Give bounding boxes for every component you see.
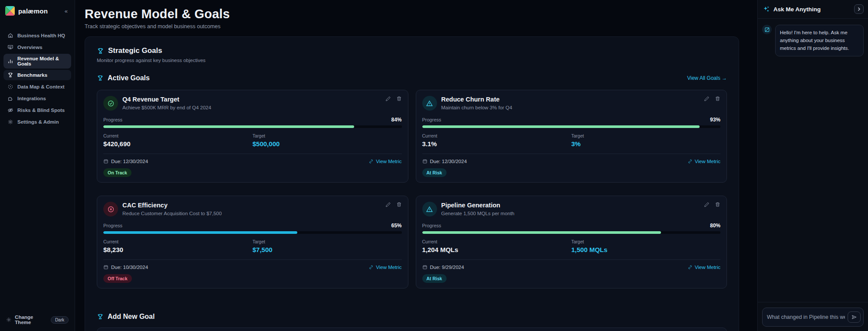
status-badge: At Risk — [422, 168, 447, 177]
goal-card-pipeline-generation: Pipeline Generation Generate 1,500 MQLs … — [416, 196, 727, 288]
current-value: $8,230 — [103, 246, 253, 253]
sidebar-item-overviews[interactable]: Overviews — [3, 42, 71, 52]
edit-goal-icon[interactable] — [704, 96, 710, 102]
progress-bar-fill — [422, 231, 661, 234]
sidebar-item-business-health-hq[interactable]: Business Health HQ — [3, 30, 71, 41]
view-all-goals-link[interactable]: View All Goals → — [687, 75, 727, 81]
link-icon — [368, 265, 374, 270]
sidebar-item-label: Revenue Model & Goals — [17, 56, 67, 66]
goal-card-q4-revenue-target: Q4 Revenue Target Achieve $500K MRR by e… — [97, 90, 408, 183]
assistant-panel: Ask Me Anything Hello! I'm here to help.… — [757, 0, 868, 331]
delete-goal-icon[interactable] — [715, 96, 720, 102]
target-value: $500,000 — [253, 140, 402, 147]
sidebar-item-label: Benchmarks — [17, 72, 47, 78]
view-metric-label: View Metric — [695, 159, 720, 164]
delete-goal-icon[interactable] — [396, 202, 402, 207]
sidebar-item-revenue-model-goals[interactable]: Revenue Model & Goals — [3, 54, 71, 69]
view-metric-link[interactable]: View Metric — [687, 265, 720, 270]
progress-bar-fill — [422, 125, 700, 128]
add-goal-form: Goal Name Target $ — [97, 328, 727, 331]
current-value: 3.1% — [422, 140, 572, 147]
goal-description: Generate 1,500 MQLs per month — [441, 211, 700, 216]
theme-badge: Dark — [51, 316, 69, 324]
sidebar: palæmon « Business Health HQ Overviews R… — [0, 0, 75, 331]
chevron-right-icon — [857, 7, 861, 11]
sidebar-nav: Business Health HQ Overviews Revenue Mod… — [3, 30, 71, 127]
calendar-icon — [103, 265, 108, 270]
due-date: Due: 12/30/2024 — [111, 159, 148, 164]
target-value: 3% — [571, 140, 720, 147]
logo-text[interactable]: palæmon — [18, 7, 59, 15]
add-new-goal-title: Add New Goal — [108, 313, 155, 321]
goal-description: Reduce Customer Acquisition Cost to $7,5… — [122, 211, 381, 216]
home-icon — [7, 33, 13, 39]
section-subtitle: Monitor progress against key business ob… — [97, 58, 727, 63]
sun-icon[interactable] — [6, 317, 11, 323]
view-metric-link[interactable]: View Metric — [687, 159, 720, 164]
progress-label: Progress — [103, 117, 122, 122]
scan-target-icon — [7, 84, 13, 90]
edit-goal-icon[interactable] — [704, 202, 710, 207]
goal-description: Maintain churn below 3% for Q4 — [441, 105, 700, 110]
sidebar-item-benchmarks[interactable]: Benchmarks — [3, 70, 71, 80]
goal-title: Q4 Revenue Target — [122, 96, 381, 103]
target-label: Target — [571, 239, 720, 244]
assistant-input[interactable] — [767, 314, 845, 320]
palaemon-logo-icon[interactable] — [5, 6, 15, 16]
sidebar-collapse-icon[interactable]: « — [63, 8, 69, 14]
progress-bar — [103, 125, 402, 128]
goal-title: Reduce Churn Rate — [441, 96, 700, 103]
target-value: $7,500 — [253, 246, 402, 253]
page-subtitle: Track strategic objectives and model bus… — [85, 23, 739, 29]
due-date: Due: 12/30/2024 — [430, 159, 467, 164]
calendar-icon — [103, 159, 108, 164]
target-label: Target — [571, 133, 720, 138]
goal-description: Achieve $500K MRR by end of Q4 2024 — [122, 105, 381, 110]
view-metric-link[interactable]: View Metric — [368, 159, 401, 164]
calendar-icon — [422, 159, 427, 164]
delete-goal-icon[interactable] — [715, 202, 720, 207]
sidebar-item-data-map-context[interactable]: Data Map & Context — [3, 82, 71, 92]
sidebar-item-label: Settings & Admin — [17, 119, 59, 125]
change-theme-button[interactable]: Change Theme — [15, 315, 46, 325]
calendar-icon — [422, 265, 427, 270]
due-date: Due: 9/29/2024 — [430, 265, 464, 270]
status-badge: On Track — [103, 168, 132, 177]
goal-card-cac-efficiency: CAC Efficiency Reduce Customer Acquisiti… — [97, 196, 408, 288]
trophy-icon — [97, 47, 104, 55]
view-metric-label: View Metric — [376, 159, 401, 164]
bar-chart-icon — [7, 58, 13, 64]
sidebar-item-settings-admin[interactable]: Settings & Admin — [3, 117, 71, 127]
status-badge: At Risk — [422, 274, 447, 283]
sidebar-item-integrations[interactable]: Integrations — [3, 93, 71, 104]
edit-goal-icon[interactable] — [385, 202, 391, 207]
view-metric-label: View Metric — [376, 265, 401, 270]
view-metric-link[interactable]: View Metric — [368, 265, 401, 270]
section-title: Strategic Goals — [108, 46, 162, 55]
link-icon — [368, 159, 374, 164]
current-value: $420,690 — [103, 140, 253, 147]
send-button[interactable] — [848, 311, 861, 323]
puzzle-icon — [7, 95, 13, 102]
paper-plane-icon — [852, 315, 857, 320]
check-circle-icon — [103, 96, 118, 111]
assistant-input-box — [762, 308, 864, 327]
target-label: Target — [253, 133, 402, 138]
sidebar-item-risks-blind-spots[interactable]: Risks & Blind Spots — [3, 105, 71, 115]
progress-bar — [103, 231, 402, 234]
eye-off-icon — [7, 107, 13, 113]
page-title: Revenue Model & Goals — [85, 7, 739, 21]
assistant-avatar — [762, 25, 772, 34]
progress-label: Progress — [103, 223, 122, 228]
collapse-panel-button[interactable] — [854, 4, 864, 14]
app: palæmon « Business Health HQ Overviews R… — [0, 0, 868, 331]
edit-goal-icon[interactable] — [385, 96, 391, 102]
progress-percent: 93% — [710, 117, 720, 123]
progress-label: Progress — [422, 117, 441, 122]
delete-goal-icon[interactable] — [396, 96, 402, 102]
trophy-icon — [97, 75, 104, 82]
link-icon — [687, 159, 693, 164]
goal-title: Pipeline Generation — [441, 202, 700, 209]
progress-percent: 80% — [710, 223, 720, 229]
palaemon-mini-logo-icon — [765, 27, 769, 32]
